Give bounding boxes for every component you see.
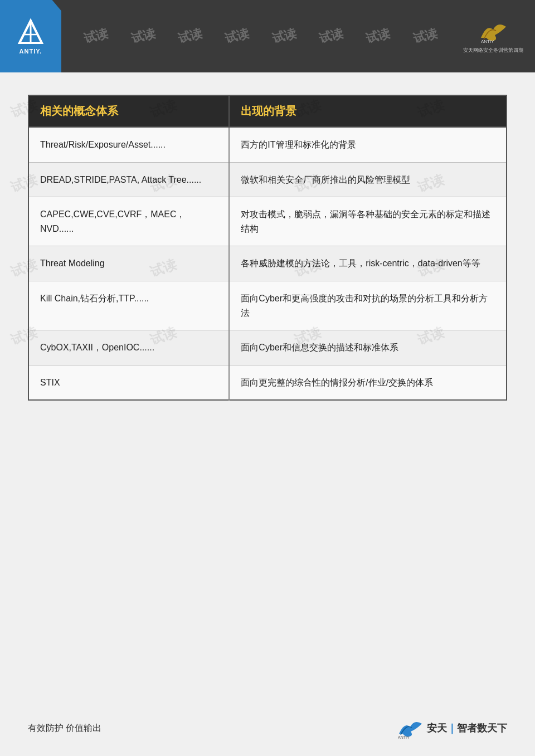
header-watermarks: 试读 试读 试读 试读 试读 试读 试读 试读 [61,28,460,45]
brand-emblem-icon: ANTIY [478,18,509,43]
table-cell-col2: 面向Cyber和信息交换的描述和标准体系 [229,330,507,365]
table-row: CAPEC,CWE,CVE,CVRF，MAEC，NVD......对攻击模式，脆… [28,197,507,246]
header-brand-right: ANTIY 安天网络安全冬训营第四期 [460,14,527,58]
footer-left-text: 有效防护 价值输出 [28,723,101,734]
header-wm-2: 试读 [129,25,157,47]
brand-subtitle: 安天网络安全冬训营第四期 [463,47,523,54]
footer-brand-name: 安天 [427,723,447,734]
table-row: Kill Chain,钻石分析,TTP......面向Cyber和更高强度的攻击… [28,281,507,330]
table-cell-col2: 面向Cyber和更高强度的攻击和对抗的场景的分析工具和分析方法 [229,281,507,330]
col1-header: 相关的概念体系 [28,95,229,127]
footer-brand: ANTIY 安天｜智者数天下 [396,717,507,739]
header-wm-6: 试读 [317,25,345,47]
table-cell-col2: 面向更完整的综合性的情报分析/作业/交换的体系 [229,365,507,400]
col2-header: 出现的背景 [229,95,507,127]
table-cell-col2: 微软和相关安全厂商所推出的风险管理模型 [229,162,507,197]
header: ANTIY. 试读 试读 试读 试读 试读 试读 试读 试读 ANTIY 安天网… [0,0,535,72]
table-cell-col1: Threat/Risk/Exposure/Asset...... [28,127,229,162]
main-content: 试读 试读 试读 试读 试读 试读 试读 试读 试读 试读 试读 试读 试读 试… [0,72,535,412]
concept-table: 相关的概念体系 出现的背景 Threat/Risk/Exposure/Asset… [28,95,507,401]
header-wm-1: 试读 [82,25,110,47]
footer: 有效防护 价值输出 ANTIY 安天｜智者数天下 [0,717,535,739]
svg-text:ANTIY: ANTIY [398,735,410,739]
table-cell-col2: 西方的IT管理和标准化的背景 [229,127,507,162]
header-wm-5: 试读 [270,25,298,47]
header-wm-3: 试读 [176,25,204,47]
logo-box: ANTIY. [0,0,61,72]
svg-text:ANTIY: ANTIY [481,39,494,43]
table-row: Threat/Risk/Exposure/Asset......西方的IT管理和… [28,127,507,162]
table-header-row: 相关的概念体系 出现的背景 [28,95,507,127]
table-cell-col2: 对攻击模式，脆弱点，漏洞等各种基础的安全元素的标定和描述结构 [229,197,507,246]
header-wm-4: 试读 [223,25,251,47]
table-row: CybOX,TAXII，OpenIOC......面向Cyber和信息交换的描述… [28,330,507,365]
table-row: Threat Modeling各种威胁建模的方法论，工具，risk-centri… [28,246,507,281]
table-cell-col1: CybOX,TAXII，OpenIOC...... [28,330,229,365]
footer-right: ANTIY 安天｜智者数天下 [396,717,507,739]
table-row: STIX面向更完整的综合性的情报分析/作业/交换的体系 [28,365,507,400]
footer-brand-text: 安天｜智者数天下 [427,721,507,735]
header-wm-8: 试读 [411,25,439,47]
brand-emblem: ANTIY 安天网络安全冬训营第四期 [463,18,523,54]
table-cell-col1: CAPEC,CWE,CVE,CVRF，MAEC，NVD...... [28,197,229,246]
logo-text: ANTIY. [20,48,42,55]
header-wm-7: 试读 [364,25,392,47]
footer-brand-slogan: 智者数天下 [457,723,507,734]
footer-brand-icon: ANTIY [396,717,424,739]
antiy-logo-icon [14,18,47,46]
table-cell-col2: 各种威胁建模的方法论，工具，risk-centric，data-driven等等 [229,246,507,281]
table-cell-col1: Threat Modeling [28,246,229,281]
table-cell-col1: Kill Chain,钻石分析,TTP...... [28,281,229,330]
table-cell-col1: STIX [28,365,229,400]
table-cell-col1: DREAD,STRIDE,PASTA, Attack Tree...... [28,162,229,197]
table-row: DREAD,STRIDE,PASTA, Attack Tree......微软和… [28,162,507,197]
